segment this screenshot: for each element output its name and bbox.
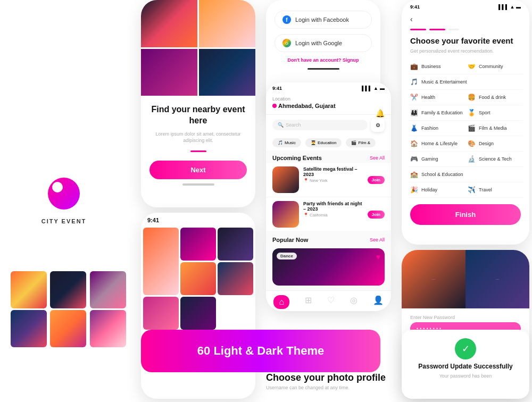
facebook-login-button[interactable]: f Login with Facebook [275, 11, 372, 29]
app-header: Location Ahmedabad, Gujarat 🔔 [266, 93, 391, 115]
sport-emoji: 🏅 [468, 109, 476, 116]
popular-see-all[interactable]: See All [370, 237, 385, 242]
signup-text: Don't have an account? Signup [275, 57, 372, 63]
music-emoji: 🎵 [410, 78, 418, 86]
signal-bars: ▌▌▌ [362, 86, 372, 91]
finish-button[interactable]: Finish [410, 204, 521, 225]
cat-school[interactable]: 🏫 School & Education [408, 167, 523, 182]
cat-tab-film[interactable]: 🎬 Film & [346, 138, 376, 147]
photo-3 [218, 228, 253, 261]
calendar-icon[interactable]: ⊞ [305, 295, 312, 309]
event-thumb-1 [272, 166, 299, 193]
event-name-2: Party with friends at night – 2023 [303, 201, 363, 212]
event-card-1: Satellite mega festival – 2023 📍 New Yor… [266, 163, 391, 196]
photo-5 [218, 262, 253, 295]
progress-dot-3 [448, 29, 459, 30]
thumb-4 [11, 310, 47, 347]
cat-design[interactable]: 🎨 Design [466, 136, 523, 152]
business-label: Business [421, 64, 441, 69]
cat-food[interactable]: 🍔 Food & drink [466, 90, 523, 105]
health-label: Health [421, 95, 435, 100]
search-placeholder: Search [286, 122, 301, 128]
food-emoji: 🍔 [468, 94, 476, 101]
fav-title: Choose your favorite event [402, 36, 529, 48]
travel-label: Travel [479, 187, 492, 192]
main-app-phone: 9:41 ▌▌▌ ▲ ▬ Location Ahmedabad, Gujarat… [266, 82, 391, 311]
join-button-1[interactable]: Join [368, 176, 385, 184]
cat-gaming[interactable]: 🎮 Gaming [408, 152, 466, 167]
profile-icon[interactable]: 👤 [373, 295, 384, 309]
search-box[interactable]: 🔍 Search [272, 120, 368, 130]
thumb-5 [50, 310, 86, 347]
search-row: 🔍 Search ⚙ [266, 115, 391, 135]
gaming-emoji: 🎮 [410, 155, 418, 163]
theme-banner: 60 Light & Dark Theme [141, 330, 380, 372]
event-info-2: Party with friends at night – 2023 📍 Cal… [303, 201, 363, 228]
signup-link[interactable]: Signup [343, 57, 359, 63]
nav-home-button[interactable]: ⌂ [273, 295, 289, 309]
holiday-emoji: 🎉 [410, 186, 418, 194]
time-display: 9:41 [272, 86, 282, 91]
onboard-phone: Find your nearby event here Lorem ipsum … [141, 0, 255, 207]
cat-film[interactable]: 🎬 Film & Media [466, 121, 523, 136]
photo-7 [180, 297, 216, 330]
thumb-3 [90, 271, 126, 308]
success-check-icon: ✓ [455, 338, 476, 359]
cat-health[interactable]: ✂️ Health [408, 90, 466, 105]
next-button[interactable]: Next [149, 161, 247, 179]
cat-music[interactable]: 🎵 Music & Entertaiment [408, 74, 523, 90]
event-name-1: Satellite mega festival – 2023 [303, 166, 363, 177]
location-pin-icon [272, 104, 277, 108]
google-login-button[interactable]: G Login with Google [275, 34, 372, 52]
health-emoji: ✂️ [410, 94, 418, 101]
location-nav-icon[interactable]: ◎ [350, 295, 358, 309]
cat-holiday[interactable]: 🎉 Holiday [408, 182, 466, 198]
photo-4 [180, 262, 216, 295]
photo-6 [143, 297, 179, 330]
thumb-1 [11, 271, 47, 308]
category-tabs: 🎵 Music 👨‍🎓 Education 🎬 Film & [266, 135, 391, 150]
search-icon: 🔍 [278, 122, 284, 128]
login-bar [307, 68, 339, 70]
status-bar: 9:41 ▌▌▌ ▲ ▬ [266, 82, 391, 93]
brand-name: CITY EVENT [41, 218, 87, 224]
food-label: Food & drink [479, 95, 506, 100]
notification-button[interactable]: 🔔 [376, 109, 385, 118]
photo-time: 9:41 [141, 213, 255, 225]
photo-1 [143, 228, 179, 295]
cat-home[interactable]: 🏠 Home & Lifestyle [408, 136, 466, 152]
progress-dot-1 [410, 29, 426, 30]
family-label: Family & Education [421, 110, 463, 115]
cat-travel[interactable]: ✈️ Travel [466, 182, 523, 198]
cat-family[interactable]: 👨‍👩‍👧 Family & Education [408, 105, 466, 121]
onboard-divider [190, 150, 206, 152]
event-loc-2: 📍 California [303, 213, 363, 217]
fashion-label: Fashion [421, 125, 438, 131]
cat-tab-music[interactable]: 🎵 Music [272, 138, 301, 147]
home-icon: ⌂ [279, 297, 284, 306]
facebook-login-label: Login with Facebook [295, 16, 349, 23]
music-label: Music & Entertaiment [421, 79, 467, 85]
password-top-images: ··· ··· [402, 250, 529, 308]
event-info-1: Satellite mega festival – 2023 📍 New Yor… [303, 166, 363, 193]
school-emoji: 🏫 [410, 171, 418, 178]
design-label: Design [479, 141, 494, 146]
logo-icon [48, 178, 80, 210]
upcoming-see-all[interactable]: See All [370, 155, 385, 161]
onboard-subtext: Lorem ipsum dolor sit amet, consectetur … [149, 131, 247, 144]
cat-science[interactable]: 🔬 Science & Tech [466, 152, 523, 167]
cat-business[interactable]: 💼 Business [408, 59, 466, 74]
cat-fashion[interactable]: 👗 Fashion [408, 121, 466, 136]
cat-sport[interactable]: 🏅 Sport [466, 105, 523, 121]
filter-button[interactable]: ⚙ [371, 118, 385, 132]
cat-tab-education[interactable]: 👨‍🎓 Education [305, 138, 342, 147]
join-button-2[interactable]: Join [368, 211, 385, 219]
home-lifestyle-label: Home & Lifestyle [421, 141, 458, 146]
heart-nav-icon[interactable]: ♡ [327, 295, 335, 309]
travel-emoji: ✈️ [468, 186, 476, 194]
gaming-label: Gaming [421, 156, 438, 162]
back-button[interactable]: ‹ [402, 12, 529, 27]
heart-icon[interactable]: ♥ [376, 253, 380, 261]
science-label: Science & Tech [479, 156, 512, 162]
cat-community[interactable]: 🤝 Community [466, 59, 523, 74]
